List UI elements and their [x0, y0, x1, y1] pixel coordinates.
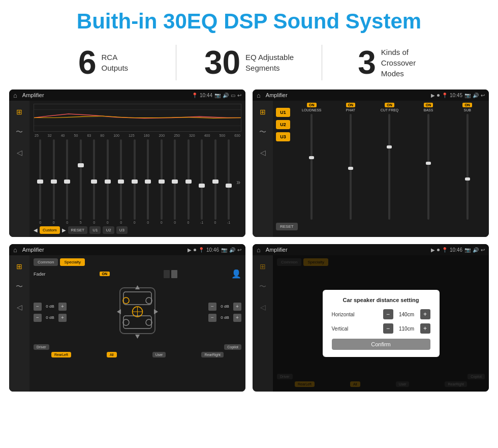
level-row-fl: − 0 dB + [34, 303, 67, 311]
fader-screen-title: Amplifier [22, 247, 184, 253]
wave-icon-3[interactable]: 〜 [12, 281, 26, 293]
eq-slider-3[interactable]: 5 [75, 139, 86, 224]
eq-slider-8[interactable]: 0 [142, 139, 153, 224]
camera-icon-3: 📷 [221, 247, 227, 253]
eq-more-icon[interactable]: » [236, 178, 240, 186]
horizontal-plus-button[interactable]: + [420, 309, 430, 319]
phat-on[interactable]: ON [346, 103, 356, 107]
status-icons-fader: ▶ 📍 10:46 📷 🔊 ↩ [188, 247, 241, 253]
home-icon[interactable]: ⌂ [13, 92, 17, 99]
svg-point-6 [123, 297, 129, 304]
all-row: RearLeft All User RearRight [34, 352, 241, 357]
fader-on-badge[interactable]: ON [100, 272, 110, 276]
eq-slider-9[interactable]: 0 [155, 139, 167, 224]
bass-on[interactable]: ON [424, 103, 433, 107]
wave-icon-2[interactable]: 〜 [256, 126, 270, 138]
stat-rca: 6 RCAOutputs [30, 46, 176, 79]
fr-plus-button[interactable]: + [233, 303, 241, 311]
eq-slider-6[interactable]: 0 [115, 139, 127, 224]
status-dot-2 [194, 249, 196, 251]
horizontal-minus-button[interactable]: − [383, 309, 393, 319]
eq-slider-10[interactable]: 0 [169, 139, 180, 224]
svg-point-7 [146, 297, 152, 304]
common-tab[interactable]: Common [34, 258, 58, 266]
volume-icon: 🔊 [223, 93, 229, 98]
back-icon-2[interactable]: ↩ [481, 93, 485, 98]
loudness-on[interactable]: ON [307, 103, 317, 107]
home-icon-2[interactable]: ⌂ [257, 92, 261, 99]
back-icon-3[interactable]: ↩ [237, 247, 241, 253]
time-crossover: 10:45 [450, 93, 462, 98]
volume3-icon[interactable]: ◁ [256, 146, 270, 159]
back-icon-4[interactable]: ↩ [481, 247, 485, 253]
vertical-minus-button[interactable]: − [383, 323, 393, 334]
next-button[interactable]: ▶ [62, 227, 66, 233]
fr-minus-button[interactable]: − [208, 303, 216, 311]
rearleft-button[interactable]: RearLeft [51, 352, 71, 357]
time-distance: 10:46 [450, 247, 462, 253]
eq-slider-12[interactable]: -1 [196, 139, 207, 224]
eq-slider-13[interactable]: 0 [209, 139, 221, 224]
rl-minus-button[interactable]: − [34, 314, 42, 322]
home-icon-3[interactable]: ⌂ [13, 246, 17, 254]
wave-icon-4: 〜 [256, 281, 270, 293]
svg-point-8 [123, 319, 129, 325]
wave-icon[interactable]: 〜 [12, 126, 26, 138]
fl-value: 0 dB [44, 304, 56, 309]
volume5-icon: ◁ [256, 301, 270, 313]
eq-custom-button[interactable]: Custom [40, 226, 60, 234]
crossover-reset-button[interactable]: RESET [276, 223, 298, 230]
rearright-button[interactable]: RearRight [201, 352, 224, 357]
copilot-button[interactable]: Copilot [224, 344, 241, 350]
eq-reset-button[interactable]: RESET [68, 226, 88, 234]
eq-slider-4[interactable]: 0 [88, 139, 100, 224]
horizontal-label: Horizontal [332, 312, 355, 317]
fl-minus-button[interactable]: − [34, 303, 42, 311]
eq-u3-button[interactable]: U3 [116, 226, 128, 234]
eq-u1-button[interactable]: U1 [89, 226, 101, 234]
rl-plus-button[interactable]: + [58, 314, 67, 322]
back-icon[interactable]: ↩ [237, 93, 241, 98]
eq-slider-5[interactable]: 0 [102, 139, 113, 224]
eq-icon[interactable]: ⊞ [12, 106, 26, 118]
u2-button[interactable]: U2 [276, 120, 290, 129]
sub-on[interactable]: ON [462, 103, 472, 107]
eq-icon-3[interactable]: ⊞ [12, 260, 26, 273]
eq-icon-2[interactable]: ⊞ [256, 106, 270, 118]
volume2-icon[interactable]: ◁ [12, 146, 26, 159]
rr-minus-button[interactable]: − [208, 314, 216, 322]
eq-screen-title: Amplifier [22, 92, 189, 98]
time-eq: 10:44 [200, 93, 212, 98]
eq-u2-button[interactable]: U2 [103, 226, 114, 234]
driver-button[interactable]: Driver [34, 344, 49, 350]
home-icon-4[interactable]: ⌂ [257, 246, 261, 254]
location-icon: 📍 [192, 93, 198, 98]
eq-slider-14[interactable]: -1 [223, 139, 234, 224]
location-icon-3: 📍 [198, 247, 204, 253]
volume4-icon[interactable]: ◁ [12, 301, 26, 313]
user-button[interactable]: User [152, 352, 166, 357]
cutfreq-on[interactable]: ON [385, 103, 394, 107]
channel-cutfreq: ON CUT FREQ [371, 103, 408, 220]
fader-controls: − 0 dB + − 0 dB + [34, 283, 241, 341]
vertical-plus-button[interactable]: + [420, 323, 430, 334]
confirm-button[interactable]: Confirm [332, 339, 430, 350]
fader-label: Fader [34, 272, 46, 277]
prev-button[interactable]: ◀ [34, 227, 38, 233]
eq-slider-1[interactable]: 0 [48, 139, 59, 224]
rr-plus-button[interactable]: + [233, 314, 241, 322]
distance-screen-title: Amplifier [266, 247, 428, 253]
specialty-tab[interactable]: Specialty [60, 258, 84, 266]
eq-slider-0[interactable]: 0 [35, 139, 46, 224]
crossover-bottom: RESET [276, 220, 486, 233]
page-title: Buith-in 30EQ DSP Sound System [5, 9, 493, 34]
all-button[interactable]: All [107, 352, 117, 357]
eq-slider-7[interactable]: 0 [129, 139, 140, 224]
u3-button[interactable]: U3 [276, 132, 290, 141]
distance-sidebar: ⊞ 〜 ◁ [253, 255, 273, 392]
eq-slider-2[interactable]: 0 [61, 139, 73, 224]
u1-button[interactable]: U1 [276, 108, 290, 117]
eq-slider-11[interactable]: 0 [182, 139, 194, 224]
fl-plus-button[interactable]: + [58, 303, 67, 311]
rr-value: 0 dB [219, 315, 231, 320]
